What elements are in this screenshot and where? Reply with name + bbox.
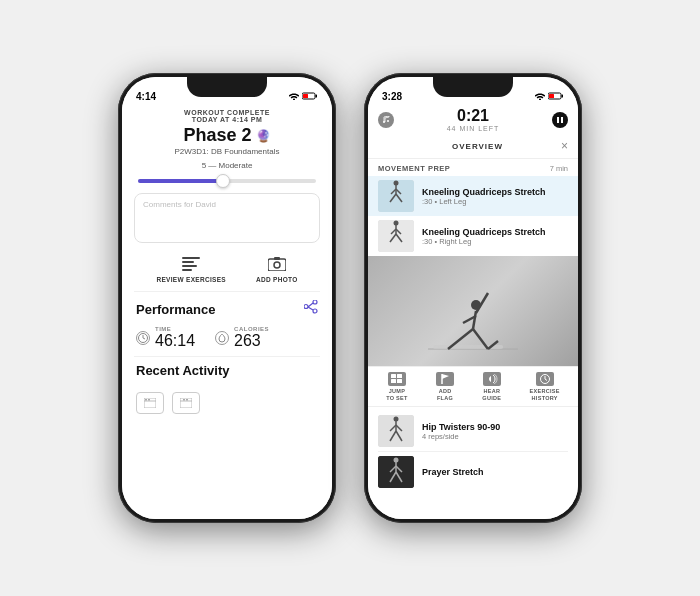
exercise-item-1[interactable]: Kneeling Quadriceps Stretch :30 • Left L… bbox=[368, 176, 578, 216]
stats-row: TIME 46:14 CALORIES 263 bbox=[136, 326, 318, 350]
jump-to-set-label: JUMPTO SET bbox=[386, 388, 408, 401]
svg-rect-32 bbox=[561, 117, 563, 123]
svg-rect-5 bbox=[182, 265, 197, 267]
phone-1: 4:14 WORKOUT COMPLETE TODAY AT 4: bbox=[118, 73, 336, 523]
music-icon[interactable] bbox=[378, 112, 394, 128]
status-icons-2 bbox=[535, 92, 564, 102]
svg-rect-31 bbox=[557, 117, 559, 123]
next-exercise-name-2: Prayer Stretch bbox=[422, 467, 484, 477]
overview-bar: OVERVIEW × bbox=[368, 134, 578, 159]
bottom-actions: JUMPTO SET ADDFLAG HEARGUIDE bbox=[368, 366, 578, 407]
svg-point-8 bbox=[274, 262, 280, 268]
phase-title: Phase 2 🔮 bbox=[132, 125, 322, 146]
comment-placeholder: Comments for David bbox=[143, 200, 216, 209]
status-time-1: 4:14 bbox=[136, 91, 156, 102]
scene: 4:14 WORKOUT COMPLETE TODAY AT 4: bbox=[118, 73, 582, 523]
recent-activity-icons bbox=[136, 386, 318, 414]
hear-guide-icon bbox=[483, 372, 501, 386]
status-icons-1 bbox=[289, 92, 318, 102]
performance-section: Performance TIME 46:14 bbox=[122, 292, 332, 356]
phase-emoji: 🔮 bbox=[256, 129, 271, 143]
status-time-2: 3:28 bbox=[382, 91, 402, 102]
time-value: 46:14 bbox=[155, 332, 195, 350]
calories-value: 263 bbox=[234, 332, 269, 350]
exercise-detail-1: :30 • Left Leg bbox=[422, 197, 546, 206]
recent-activity-section: Recent Activity bbox=[122, 357, 332, 420]
timer-value: 0:21 bbox=[368, 107, 578, 125]
svg-line-63 bbox=[545, 379, 547, 381]
activity-icon-1 bbox=[136, 392, 164, 414]
add-flag-button[interactable]: ADDFLAG bbox=[436, 372, 454, 401]
duration-label: 7 min bbox=[550, 164, 568, 173]
svg-point-29 bbox=[383, 121, 385, 123]
phone-2: 3:28 0:21 44 bbox=[364, 73, 582, 523]
review-exercises-label: REVIEW EXERCISES bbox=[156, 276, 225, 283]
phase-subtitle: P2W3D1: DB Foundamentals bbox=[132, 147, 322, 156]
exercise-name-2: Kneeling Quadriceps Stretch bbox=[422, 227, 546, 237]
svg-point-11 bbox=[313, 309, 317, 313]
svg-point-12 bbox=[304, 305, 308, 309]
notch bbox=[187, 77, 267, 97]
intensity-slider[interactable] bbox=[122, 179, 332, 183]
comment-box[interactable]: Comments for David bbox=[134, 193, 320, 243]
calories-icon bbox=[215, 331, 229, 345]
close-button[interactable]: × bbox=[561, 139, 568, 153]
svg-line-17 bbox=[143, 338, 145, 339]
yoga-figure bbox=[418, 261, 528, 361]
video-background bbox=[368, 256, 578, 366]
share-icon[interactable] bbox=[304, 300, 318, 318]
next-exercise-thumb-1 bbox=[378, 415, 414, 447]
svg-rect-58 bbox=[391, 379, 396, 383]
svg-point-35 bbox=[394, 181, 399, 186]
next-exercise-1[interactable]: Hip Twisters 90-90 4 reps/side bbox=[368, 411, 578, 451]
exercise-item-2[interactable]: Kneeling Quadriceps Stretch :30 • Right … bbox=[368, 216, 578, 256]
svg-rect-3 bbox=[182, 257, 200, 259]
svg-rect-9 bbox=[274, 257, 280, 260]
svg-rect-27 bbox=[549, 94, 554, 98]
svg-line-52 bbox=[473, 311, 476, 329]
hear-guide-button[interactable]: HEARGUIDE bbox=[482, 372, 501, 401]
svg-rect-7 bbox=[268, 259, 286, 271]
next-exercise-info-2: Prayer Stretch bbox=[422, 467, 484, 477]
svg-rect-56 bbox=[391, 374, 396, 378]
jump-to-set-button[interactable]: JUMPTO SET bbox=[386, 372, 408, 401]
exercise-history-label: EXERCISEHISTORY bbox=[530, 388, 560, 401]
exercise-history-button[interactable]: EXERCISEHISTORY bbox=[530, 372, 560, 401]
hear-guide-label: HEARGUIDE bbox=[482, 388, 501, 401]
svg-rect-21 bbox=[148, 399, 150, 401]
next-exercises: Hip Twisters 90-90 4 reps/side Prayer St… bbox=[368, 407, 578, 496]
activity-icon-2 bbox=[172, 392, 200, 414]
next-exercise-detail-1: 4 reps/side bbox=[422, 432, 500, 441]
add-photo-label: ADD PHOTO bbox=[256, 276, 298, 283]
svg-line-14 bbox=[308, 307, 313, 310]
exercise-thumb-2 bbox=[378, 220, 414, 252]
phone1-screen: 4:14 WORKOUT COMPLETE TODAY AT 4: bbox=[122, 77, 332, 519]
next-exercise-2[interactable]: Prayer Stretch bbox=[368, 452, 578, 492]
svg-rect-20 bbox=[145, 399, 147, 401]
next-exercise-name-1: Hip Twisters 90-90 bbox=[422, 422, 500, 432]
svg-rect-59 bbox=[397, 379, 402, 383]
svg-point-42 bbox=[394, 221, 399, 226]
exercise-name-1: Kneeling Quadriceps Stretch bbox=[422, 187, 546, 197]
svg-point-10 bbox=[313, 300, 317, 304]
calories-stat: CALORIES 263 bbox=[215, 326, 269, 350]
svg-point-30 bbox=[387, 120, 389, 122]
timer-bar: 0:21 44 MIN LEFT bbox=[368, 105, 578, 134]
review-exercises-button[interactable]: REVIEW EXERCISES bbox=[156, 255, 225, 283]
add-photo-button[interactable]: ADD PHOTO bbox=[256, 255, 298, 283]
svg-rect-57 bbox=[397, 374, 402, 378]
add-flag-label: ADDFLAG bbox=[437, 388, 453, 401]
wifi-icon-1 bbox=[289, 92, 299, 102]
svg-rect-28 bbox=[562, 95, 564, 98]
svg-rect-25 bbox=[186, 399, 188, 401]
svg-rect-6 bbox=[182, 269, 192, 271]
intensity-label: 5 — Moderate bbox=[132, 161, 322, 170]
exercise-thumb-1 bbox=[378, 180, 414, 212]
time-stat: TIME 46:14 bbox=[136, 326, 195, 350]
next-exercise-info-1: Hip Twisters 90-90 4 reps/side bbox=[422, 422, 500, 441]
workout-header: WORKOUT COMPLETE TODAY AT 4:14 PM Phase … bbox=[122, 105, 332, 179]
pause-icon[interactable] bbox=[552, 112, 568, 128]
next-exercise-thumb-2 bbox=[378, 456, 414, 488]
svg-line-13 bbox=[308, 303, 313, 307]
wifi-icon-2 bbox=[535, 92, 545, 102]
